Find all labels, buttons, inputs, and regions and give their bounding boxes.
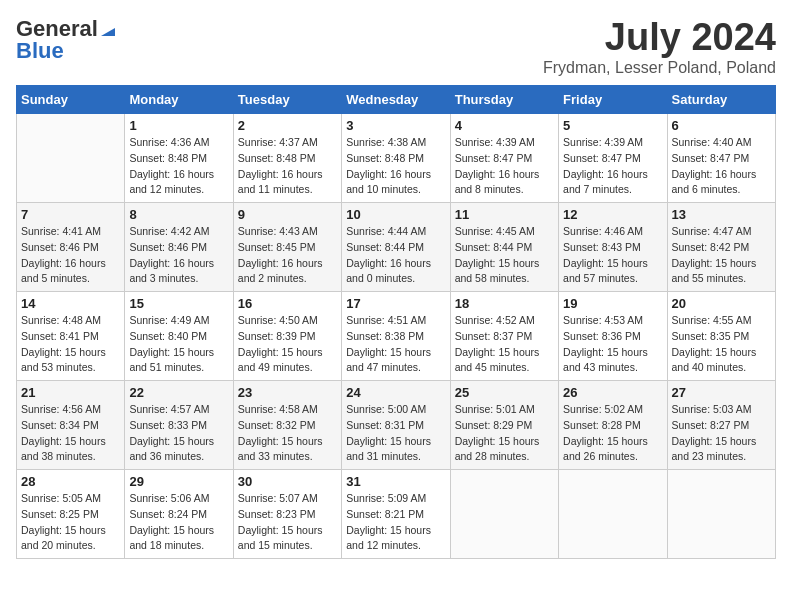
day-info: Sunrise: 4:41 AMSunset: 8:46 PMDaylight:… (21, 224, 120, 287)
header-day-thursday: Thursday (450, 86, 558, 114)
day-cell: 28Sunrise: 5:05 AMSunset: 8:25 PMDayligh… (17, 470, 125, 559)
logo-blue: Blue (16, 38, 64, 64)
day-info: Sunrise: 5:02 AMSunset: 8:28 PMDaylight:… (563, 402, 662, 465)
day-number: 23 (238, 385, 337, 400)
header-day-sunday: Sunday (17, 86, 125, 114)
day-info: Sunrise: 4:49 AMSunset: 8:40 PMDaylight:… (129, 313, 228, 376)
logo: General Blue (16, 16, 118, 64)
day-cell: 21Sunrise: 4:56 AMSunset: 8:34 PMDayligh… (17, 381, 125, 470)
day-cell: 2Sunrise: 4:37 AMSunset: 8:48 PMDaylight… (233, 114, 341, 203)
week-row-4: 21Sunrise: 4:56 AMSunset: 8:34 PMDayligh… (17, 381, 776, 470)
day-info: Sunrise: 4:40 AMSunset: 8:47 PMDaylight:… (672, 135, 771, 198)
day-cell: 20Sunrise: 4:55 AMSunset: 8:35 PMDayligh… (667, 292, 775, 381)
header-day-monday: Monday (125, 86, 233, 114)
day-number: 6 (672, 118, 771, 133)
day-cell: 7Sunrise: 4:41 AMSunset: 8:46 PMDaylight… (17, 203, 125, 292)
day-info: Sunrise: 4:58 AMSunset: 8:32 PMDaylight:… (238, 402, 337, 465)
month-title: July 2024 (543, 16, 776, 59)
day-info: Sunrise: 4:57 AMSunset: 8:33 PMDaylight:… (129, 402, 228, 465)
day-info: Sunrise: 4:43 AMSunset: 8:45 PMDaylight:… (238, 224, 337, 287)
day-info: Sunrise: 4:38 AMSunset: 8:48 PMDaylight:… (346, 135, 445, 198)
day-number: 21 (21, 385, 120, 400)
day-number: 7 (21, 207, 120, 222)
day-info: Sunrise: 4:55 AMSunset: 8:35 PMDaylight:… (672, 313, 771, 376)
day-cell: 15Sunrise: 4:49 AMSunset: 8:40 PMDayligh… (125, 292, 233, 381)
day-number: 31 (346, 474, 445, 489)
day-number: 9 (238, 207, 337, 222)
day-number: 13 (672, 207, 771, 222)
day-info: Sunrise: 4:47 AMSunset: 8:42 PMDaylight:… (672, 224, 771, 287)
header: General Blue July 2024 Frydman, Lesser P… (16, 16, 776, 77)
day-cell: 26Sunrise: 5:02 AMSunset: 8:28 PMDayligh… (559, 381, 667, 470)
day-number: 11 (455, 207, 554, 222)
header-day-saturday: Saturday (667, 86, 775, 114)
day-info: Sunrise: 4:39 AMSunset: 8:47 PMDaylight:… (563, 135, 662, 198)
day-cell: 5Sunrise: 4:39 AMSunset: 8:47 PMDaylight… (559, 114, 667, 203)
day-cell: 8Sunrise: 4:42 AMSunset: 8:46 PMDaylight… (125, 203, 233, 292)
day-info: Sunrise: 4:36 AMSunset: 8:48 PMDaylight:… (129, 135, 228, 198)
location-title: Frydman, Lesser Poland, Poland (543, 59, 776, 77)
day-cell: 14Sunrise: 4:48 AMSunset: 8:41 PMDayligh… (17, 292, 125, 381)
day-info: Sunrise: 5:05 AMSunset: 8:25 PMDaylight:… (21, 491, 120, 554)
day-number: 14 (21, 296, 120, 311)
day-cell (559, 470, 667, 559)
day-number: 3 (346, 118, 445, 133)
day-number: 16 (238, 296, 337, 311)
day-number: 17 (346, 296, 445, 311)
day-number: 29 (129, 474, 228, 489)
day-info: Sunrise: 5:06 AMSunset: 8:24 PMDaylight:… (129, 491, 228, 554)
day-number: 30 (238, 474, 337, 489)
day-number: 15 (129, 296, 228, 311)
day-number: 28 (21, 474, 120, 489)
logo-triangle-icon (99, 20, 117, 38)
day-cell: 31Sunrise: 5:09 AMSunset: 8:21 PMDayligh… (342, 470, 450, 559)
day-cell: 19Sunrise: 4:53 AMSunset: 8:36 PMDayligh… (559, 292, 667, 381)
header-day-tuesday: Tuesday (233, 86, 341, 114)
day-info: Sunrise: 4:52 AMSunset: 8:37 PMDaylight:… (455, 313, 554, 376)
week-row-2: 7Sunrise: 4:41 AMSunset: 8:46 PMDaylight… (17, 203, 776, 292)
day-number: 5 (563, 118, 662, 133)
day-cell: 24Sunrise: 5:00 AMSunset: 8:31 PMDayligh… (342, 381, 450, 470)
day-info: Sunrise: 5:03 AMSunset: 8:27 PMDaylight:… (672, 402, 771, 465)
day-cell: 16Sunrise: 4:50 AMSunset: 8:39 PMDayligh… (233, 292, 341, 381)
day-number: 2 (238, 118, 337, 133)
week-row-5: 28Sunrise: 5:05 AMSunset: 8:25 PMDayligh… (17, 470, 776, 559)
day-cell (450, 470, 558, 559)
day-number: 25 (455, 385, 554, 400)
day-number: 19 (563, 296, 662, 311)
day-number: 8 (129, 207, 228, 222)
day-cell: 4Sunrise: 4:39 AMSunset: 8:47 PMDaylight… (450, 114, 558, 203)
day-info: Sunrise: 4:45 AMSunset: 8:44 PMDaylight:… (455, 224, 554, 287)
day-info: Sunrise: 5:01 AMSunset: 8:29 PMDaylight:… (455, 402, 554, 465)
day-info: Sunrise: 4:56 AMSunset: 8:34 PMDaylight:… (21, 402, 120, 465)
day-info: Sunrise: 5:09 AMSunset: 8:21 PMDaylight:… (346, 491, 445, 554)
header-day-friday: Friday (559, 86, 667, 114)
day-number: 27 (672, 385, 771, 400)
day-number: 4 (455, 118, 554, 133)
day-cell: 30Sunrise: 5:07 AMSunset: 8:23 PMDayligh… (233, 470, 341, 559)
day-cell: 12Sunrise: 4:46 AMSunset: 8:43 PMDayligh… (559, 203, 667, 292)
day-info: Sunrise: 4:39 AMSunset: 8:47 PMDaylight:… (455, 135, 554, 198)
day-info: Sunrise: 4:42 AMSunset: 8:46 PMDaylight:… (129, 224, 228, 287)
day-cell: 25Sunrise: 5:01 AMSunset: 8:29 PMDayligh… (450, 381, 558, 470)
calendar-table: SundayMondayTuesdayWednesdayThursdayFrid… (16, 85, 776, 559)
day-cell: 11Sunrise: 4:45 AMSunset: 8:44 PMDayligh… (450, 203, 558, 292)
day-number: 10 (346, 207, 445, 222)
day-cell (17, 114, 125, 203)
day-info: Sunrise: 4:51 AMSunset: 8:38 PMDaylight:… (346, 313, 445, 376)
day-cell: 1Sunrise: 4:36 AMSunset: 8:48 PMDaylight… (125, 114, 233, 203)
calendar-header-row: SundayMondayTuesdayWednesdayThursdayFrid… (17, 86, 776, 114)
week-row-1: 1Sunrise: 4:36 AMSunset: 8:48 PMDaylight… (17, 114, 776, 203)
day-number: 18 (455, 296, 554, 311)
day-info: Sunrise: 5:00 AMSunset: 8:31 PMDaylight:… (346, 402, 445, 465)
day-cell: 13Sunrise: 4:47 AMSunset: 8:42 PMDayligh… (667, 203, 775, 292)
day-cell: 22Sunrise: 4:57 AMSunset: 8:33 PMDayligh… (125, 381, 233, 470)
svg-marker-0 (101, 28, 115, 36)
day-cell: 29Sunrise: 5:06 AMSunset: 8:24 PMDayligh… (125, 470, 233, 559)
day-cell: 27Sunrise: 5:03 AMSunset: 8:27 PMDayligh… (667, 381, 775, 470)
week-row-3: 14Sunrise: 4:48 AMSunset: 8:41 PMDayligh… (17, 292, 776, 381)
day-number: 1 (129, 118, 228, 133)
day-number: 12 (563, 207, 662, 222)
day-cell: 18Sunrise: 4:52 AMSunset: 8:37 PMDayligh… (450, 292, 558, 381)
day-cell: 23Sunrise: 4:58 AMSunset: 8:32 PMDayligh… (233, 381, 341, 470)
